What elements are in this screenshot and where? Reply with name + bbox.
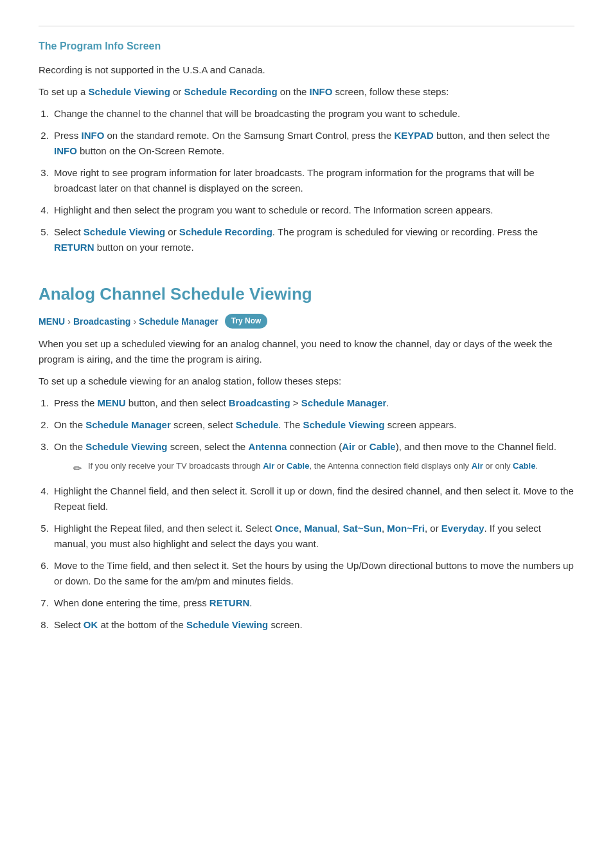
- section1-intro1: Recording is not supported in the U.S.A …: [39, 62, 574, 78]
- step2-1: Press the MENU button, and then select B…: [51, 395, 574, 411]
- air-highlight1: Air: [342, 441, 355, 452]
- ok-highlight: OK: [84, 619, 98, 630]
- broadcasting-link[interactable]: Broadcasting: [73, 314, 130, 329]
- section2-title: Analog Channel Schedule Viewing: [39, 281, 574, 308]
- section2-steps: Press the MENU button, and then select B…: [51, 395, 574, 633]
- schedule-manager-highlight: Schedule Manager: [301, 397, 387, 408]
- antenna-highlight: Antenna: [248, 441, 287, 452]
- chevron-right-icon2: ›: [133, 314, 136, 329]
- schedule-highlight: Schedule: [236, 419, 279, 430]
- step2-5: Highlight the Repeat filed, and then sel…: [51, 521, 574, 552]
- broadcasting-highlight: Broadcasting: [229, 397, 290, 408]
- section1-intro2: To set up a Schedule Viewing or Schedule…: [39, 84, 574, 100]
- section2-intro2: To set up a schedule viewing for an anal…: [39, 374, 574, 389]
- sat-sun-highlight: Sat~Sun: [342, 523, 381, 534]
- keypad-highlight: KEYPAD: [394, 130, 433, 141]
- info-link[interactable]: INFO: [310, 86, 333, 97]
- section2: Analog Channel Schedule Viewing MENU › B…: [39, 281, 574, 633]
- step2-4: Highlight the Channel field, and then se…: [51, 484, 574, 514]
- step2-7: When done entering the time, press RETUR…: [51, 595, 574, 611]
- cable-highlight1: Cable: [369, 441, 396, 452]
- return-highlight2: RETURN: [209, 597, 250, 608]
- note-box: ✏ If you only receive your TV broadcasts…: [73, 460, 574, 477]
- chevron-right-icon1: ›: [67, 314, 71, 329]
- air-highlight2: Air: [263, 461, 274, 471]
- schedule-manager-link[interactable]: Schedule Manager: [139, 314, 218, 329]
- schedule-recording-link1[interactable]: Schedule Recording: [184, 86, 278, 97]
- try-now-badge[interactable]: Try Now: [225, 314, 268, 329]
- note-text: If you only receive your TV broadcasts t…: [88, 460, 538, 473]
- step1-3: Move right to see program information fo…: [51, 165, 574, 196]
- manual-highlight: Manual: [304, 523, 337, 534]
- schedule-recording-link2[interactable]: Schedule Recording: [179, 226, 272, 237]
- everyday-highlight: Everyday: [441, 523, 484, 534]
- menu-link[interactable]: MENU: [39, 314, 65, 329]
- return-highlight1: RETURN: [54, 242, 94, 253]
- step2-2: On the Schedule Manager screen, select S…: [51, 417, 574, 433]
- sv-highlight3: Schedule Viewing: [186, 619, 268, 630]
- sm-highlight: Schedule Manager: [85, 419, 171, 430]
- section1-title: The Program Info Screen: [39, 26, 574, 55]
- step2-3: On the Schedule Viewing screen, select t…: [51, 439, 574, 477]
- step1-2: Press INFO on the standard remote. On th…: [51, 128, 574, 159]
- sv-highlight1: Schedule Viewing: [303, 419, 384, 430]
- step1-1: Change the channel to the channel that w…: [51, 106, 574, 122]
- cable-highlight3: Cable: [513, 461, 535, 471]
- mon-fri-highlight: Mon~Fri: [387, 523, 425, 534]
- section2-intro1: When you set up a scheduled viewing for …: [39, 336, 574, 367]
- section1-steps: Change the channel to the channel that w…: [51, 106, 574, 255]
- step2-6: Move to the Time field, and then select …: [51, 558, 574, 589]
- step1-4: Highlight and then select the program yo…: [51, 203, 574, 218]
- step1-5: Select Schedule Viewing or Schedule Reco…: [51, 224, 574, 255]
- once-highlight: Once: [275, 523, 299, 534]
- pencil-icon: ✏: [73, 460, 82, 477]
- info-highlight2: INFO: [54, 145, 77, 156]
- info-highlight: INFO: [82, 130, 105, 141]
- step2-8: Select OK at the bottom of the Schedule …: [51, 617, 574, 633]
- air-highlight3: Air: [472, 461, 483, 471]
- section1: The Program Info Screen Recording is not…: [39, 26, 574, 255]
- schedule-viewing-link1[interactable]: Schedule Viewing: [89, 86, 170, 97]
- breadcrumb: MENU › Broadcasting › Schedule Manager T…: [39, 314, 574, 329]
- schedule-viewing-link2[interactable]: Schedule Viewing: [84, 226, 165, 237]
- sv-highlight2: Schedule Viewing: [85, 441, 167, 452]
- menu-highlight: MENU: [98, 397, 126, 408]
- cable-highlight2: Cable: [287, 461, 309, 471]
